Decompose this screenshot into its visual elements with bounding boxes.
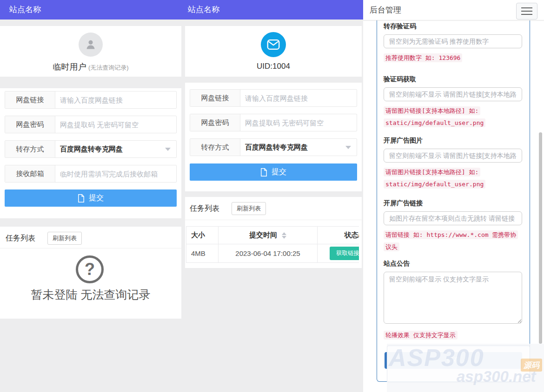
field-label: 站点公告	[384, 260, 522, 268]
middle-user-card: UID:1004	[185, 26, 362, 77]
site-title-middle: 站点名称	[188, 0, 219, 20]
form-row-receive-email: 接收邮箱	[5, 165, 177, 183]
select-value: 百度网盘转夸克网盘	[60, 145, 165, 154]
user-name: 临时用户	[53, 62, 86, 72]
form-row-transfer-method: 转存方式 百度网盘转夸克网盘	[5, 140, 177, 158]
field-hint: 推荐使用数字 如: 123696	[384, 52, 522, 64]
field-splash-ad-link: 开屏广告链接 请留链接 如: https://www.*.com 需携带协议头	[384, 199, 522, 252]
divider	[185, 220, 362, 220]
field-captcha-source: 验证码获取 请留图片链接[支持本地路径] 如: static/img/defau…	[384, 75, 522, 128]
person-icon	[84, 38, 98, 52]
cell-size: 4MB	[186, 244, 219, 263]
pan-link-input[interactable]	[240, 90, 357, 106]
col-submit-time-label: 提交时间	[249, 231, 277, 239]
empty-state-text: 暂未登陆 无法查询记录	[0, 287, 181, 302]
menu-toggle-button[interactable]	[516, 3, 537, 20]
task-table-clip: 大小 提交时间 状态/操作 4MB 20	[186, 226, 359, 263]
user-note: (无法查询记录)	[88, 64, 129, 71]
submit-label: 提交	[89, 193, 104, 203]
site-announcement-textarea[interactable]	[384, 272, 522, 324]
col-submit-time[interactable]: 提交时间	[219, 227, 318, 244]
get-link-button[interactable]: 获取链接	[330, 247, 359, 260]
form-row-transfer-method: 转存方式 百度网盘转夸克网盘	[190, 138, 357, 156]
transfer-method-select[interactable]: 百度网盘转夸克网盘	[55, 141, 176, 157]
left-user-card: 临时用户 (无法查询记录)	[0, 26, 181, 77]
refresh-list-button[interactable]: 刷新列表	[47, 232, 82, 245]
middle-task-list-card: 任务列表 刷新列表 大小 提交时间 状态/操作	[185, 197, 362, 268]
hint-code: 推荐使用数字 如: 123696	[384, 53, 462, 62]
task-table: 大小 提交时间 状态/操作 4MB 20	[186, 226, 359, 263]
splash-ad-link-input[interactable]	[384, 211, 522, 225]
submit-button[interactable]: 提交	[190, 163, 357, 181]
form-row-pan-link: 网盘链接	[5, 91, 177, 109]
transfer-method-select[interactable]: 百度网盘转夸克网盘	[240, 139, 357, 156]
field-site-announcement: 站点公告 轮播效果 仅支持文字显示	[384, 260, 522, 341]
field-label: 网盘链接	[5, 91, 55, 108]
task-list-header: 任务列表 刷新列表	[190, 202, 357, 215]
select-value: 百度网盘转夸克网盘	[245, 143, 345, 152]
task-list-header: 任务列表 刷新列表	[6, 232, 177, 245]
field-label: 转存方式	[5, 141, 55, 157]
chevron-down-icon	[345, 146, 351, 149]
task-list-title: 任务列表	[190, 204, 219, 214]
captcha-source-input[interactable]	[384, 87, 522, 101]
field-label: 接收邮箱	[5, 165, 55, 182]
receive-email-input[interactable]	[55, 165, 176, 182]
left-task-list-card: 任务列表 刷新列表 ? 暂未登陆 无法查询记录	[0, 227, 181, 319]
task-list-title: 任务列表	[6, 234, 35, 243]
sort-icon[interactable]	[282, 232, 286, 239]
sort-desc-icon	[282, 236, 286, 239]
refresh-list-button[interactable]: 刷新列表	[232, 202, 266, 215]
uid-text: UID:1004	[257, 62, 290, 71]
field-label: 网盘密码	[190, 114, 240, 131]
pan-password-input[interactable]	[240, 114, 357, 131]
envelope-icon	[267, 39, 280, 50]
cell-action: 获取链接	[318, 244, 359, 263]
pan-password-input[interactable]	[55, 116, 176, 133]
admin-panel: 后台管理 转存验证码 推荐使用数字 如: 123696 验证码获取 请留图片链接…	[363, 0, 544, 392]
left-transfer-form: 网盘链接 网盘密码 转存方式 百度网盘转夸克网盘 接收邮箱 提交	[0, 88, 181, 218]
pan-link-input[interactable]	[55, 91, 176, 108]
field-hint: 请留图片链接[支持本地路径] 如: static/img/default_use…	[384, 105, 522, 128]
field-label: 开屏广告图片	[384, 137, 522, 145]
field-label: 转存验证码	[384, 22, 522, 31]
field-label: 转存方式	[190, 139, 240, 156]
field-label: 网盘链接	[190, 90, 240, 106]
field-splash-ad-image: 开屏广告图片 请留图片链接[支持本地路径] 如: static/img/defa…	[384, 137, 522, 189]
site-title-left: 站点名称	[9, 0, 41, 20]
field-transfer-captcha: 转存验证码 推荐使用数字 如: 123696	[384, 22, 522, 64]
field-hint: 轮播效果 仅支持文字显示	[384, 329, 522, 341]
hint-code: 请留图片链接[支持本地路径] 如: static/img/default_use…	[384, 106, 485, 127]
field-hint: 请留图片链接[支持本地路径] 如: static/img/default_use…	[384, 166, 522, 189]
splash-ad-image-input[interactable]	[384, 149, 522, 163]
admin-title: 后台管理	[370, 0, 401, 20]
sort-asc-icon	[282, 232, 286, 235]
submit-label: 提交	[272, 167, 286, 177]
watermark-domain: asp300.net	[457, 368, 536, 385]
page: 站点名称 站点名称 临时用户 (无法查询记录) 网盘链接 网盘密码 转存方式 百…	[0, 0, 544, 392]
mail-badge	[261, 32, 286, 57]
hint-code: 请留图片链接[支持本地路径] 如: static/img/default_use…	[384, 168, 485, 189]
table-row: 4MB 2023-06-04 17:00:25 获取链接	[186, 244, 359, 263]
uid-line: UID:1004	[185, 62, 362, 71]
question-glyph: ?	[85, 261, 95, 278]
divider	[0, 248, 181, 248]
col-size: 大小	[186, 227, 219, 244]
watermark-overlay: ASP300 源码 asp300.net	[387, 344, 544, 392]
submit-button[interactable]: 提交	[5, 189, 177, 207]
cell-time: 2023-06-04 17:00:25	[219, 244, 318, 263]
avatar	[79, 33, 103, 57]
table-header-row: 大小 提交时间 状态/操作	[186, 227, 359, 244]
watermark-brand: ASP300	[389, 344, 484, 372]
field-label: 网盘密码	[5, 116, 55, 133]
scrollbar-thumb[interactable]	[539, 132, 542, 344]
col-status-action: 状态/操作	[318, 227, 359, 244]
document-icon	[78, 194, 85, 203]
site-header-bar: 站点名称 站点名称	[0, 0, 363, 20]
form-row-pan-password: 网盘密码	[5, 116, 177, 133]
field-label: 开屏广告链接	[384, 199, 522, 208]
transfer-captcha-input[interactable]	[384, 34, 522, 48]
question-icon: ?	[76, 255, 104, 283]
middle-transfer-form: 网盘链接 网盘密码 转存方式 百度网盘转夸克网盘 提交	[185, 83, 362, 191]
hint-code: 轮播效果 仅支持文字显示	[384, 331, 458, 340]
